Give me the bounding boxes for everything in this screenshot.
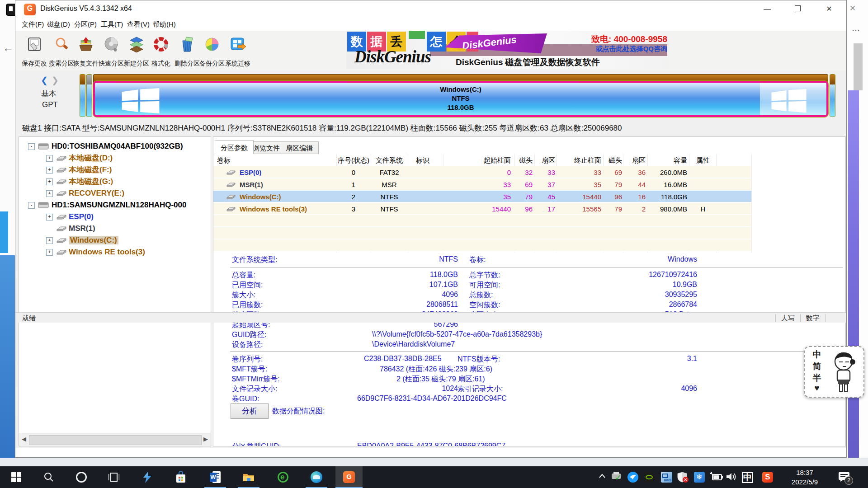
table-empty-row: [213, 215, 751, 227]
microsoft-store-button[interactable]: [167, 466, 194, 488]
cortana-icon: [76, 472, 87, 483]
tree-item-disk-d[interactable]: +本地磁盘(D:): [69, 152, 113, 164]
task-view-icon: [108, 473, 119, 482]
background-scrollbar-thumb[interactable]: [854, 43, 863, 90]
ime-mode-halfwidth[interactable]: 半: [812, 372, 822, 384]
wallpaper-blue-shape: [0, 211, 8, 253]
maximize-button[interactable]: [785, 0, 810, 18]
trash-icon: [179, 36, 195, 52]
prev-disk-arrow-icon[interactable]: ❮: [41, 75, 48, 85]
partition-icon: [226, 206, 236, 211]
tray-volume[interactable]: [726, 472, 738, 483]
tree-item-msr[interactable]: MSR(1): [69, 223, 95, 235]
tray-chevron[interactable]: [598, 472, 607, 483]
tree-item-recovery-e[interactable]: +RECOVERY(E:): [69, 188, 124, 199]
menu-help[interactable]: 帮助(H): [153, 20, 176, 29]
partition-icon: [56, 167, 67, 173]
background-purple-strip: [848, 90, 859, 458]
menu-tools[interactable]: 工具(T): [101, 20, 123, 29]
close-button[interactable]: ✕: [816, 0, 842, 18]
title-bar[interactable]: G DiskGenius V5.4.3.1342 x64 — ✕: [15, 0, 846, 19]
menu-partition[interactable]: 分区(P): [74, 20, 97, 29]
save-icon: [26, 36, 42, 52]
file-explorer-button[interactable]: [235, 466, 262, 488]
tab-sector-edit[interactable]: 扇区编辑: [280, 141, 319, 154]
window-title: DiskGenius V5.4.3.1342 x64: [40, 5, 132, 13]
diskgenius-taskbar-button[interactable]: G: [335, 466, 363, 488]
promo-banner[interactable]: 数 据 丢 怎 么 ！ DiskGenius DiskGenius 致电: 40…: [346, 31, 670, 69]
tree-item-hd0[interactable]: -HD0:TOSHIBAMQ04ABF100(932GB): [52, 141, 183, 152]
start-button[interactable]: [3, 466, 30, 488]
tree-item-disk-g[interactable]: +本地磁盘(G:): [69, 176, 113, 188]
background-bottom-strip: [0, 458, 868, 467]
analyze-button[interactable]: 分析: [231, 404, 269, 419]
system-migrate-button[interactable]: 系统迁移: [225, 34, 251, 69]
taskbar-clock[interactable]: 18:37 2022/5/9: [781, 468, 828, 487]
table-row-winre[interactable]: Windows RE tools(3) 3NTFS 154409617 1556…: [213, 203, 751, 215]
table-row-msr[interactable]: MSR(1) 1MSR 336937 357944 16.0MB: [213, 178, 751, 191]
tray-snowflake-app[interactable]: ❄: [694, 472, 705, 483]
back-arrow-icon[interactable]: ←: [3, 42, 14, 54]
edge-button[interactable]: [303, 466, 330, 488]
taskbar: W e G: [0, 466, 868, 488]
disk-graphic-area: ❮ ❯ 基本 GPT Windows(C:) NTFS 118.0GB: [15, 70, 846, 121]
start-icon: [11, 472, 21, 482]
tray-nvidia[interactable]: [644, 472, 655, 483]
save-changes-button[interactable]: 保存更改: [21, 34, 47, 69]
ime-mode-chinese[interactable]: 中: [812, 349, 822, 361]
tree-item-windows-c[interactable]: +Windows(C:): [69, 235, 118, 246]
status-bar: 就绪 大写 数字: [15, 312, 846, 323]
clock-time: 18:37: [781, 468, 828, 477]
ime-heart-icon[interactable]: ♥: [812, 383, 822, 393]
menu-file[interactable]: 文件(F): [22, 20, 44, 29]
tray-sogou[interactable]: S: [762, 472, 773, 483]
word-button[interactable]: W: [202, 466, 229, 488]
folder-icon: [243, 472, 255, 482]
esp-partition-segment[interactable]: [80, 74, 85, 117]
table-row-windows-c-selected[interactable]: Windows(C:) 2NTFS 357945 154409616 118.0…: [213, 191, 751, 203]
winre-partition-segment[interactable]: [830, 74, 835, 117]
tree-item-disk-f[interactable]: +本地磁盘(F:): [69, 164, 112, 176]
green-browser-button[interactable]: e: [269, 466, 297, 488]
tray-battery[interactable]: [710, 472, 723, 483]
msr-partition-segment[interactable]: [86, 74, 92, 117]
minimize-button[interactable]: —: [755, 0, 780, 18]
backup-pie-icon: [204, 36, 220, 52]
menu-disk[interactable]: 磁盘(D): [47, 20, 70, 29]
action-center-button[interactable]: 2: [838, 472, 852, 483]
tree-item-winre[interactable]: +Windows RE tools(3): [69, 246, 145, 258]
next-disk-arrow-icon[interactable]: ❯: [52, 75, 59, 85]
taskbar-search-button[interactable]: [35, 466, 62, 488]
nvidia-icon: [644, 472, 655, 483]
banner-qq-link[interactable]: 或点击此处选择QQ咨询: [545, 45, 667, 53]
pinned-app-flash[interactable]: [134, 466, 161, 488]
menu-bar: 文件(F) 磁盘(D) 分区(P) 工具(T) 查看(V) 帮助(H): [15, 19, 846, 31]
partition-style-label: GPT: [42, 100, 58, 109]
menu-view[interactable]: 查看(V): [127, 20, 150, 29]
background-close-icon[interactable]: ✕: [849, 4, 856, 13]
tab-partition-params[interactable]: 分区参数: [215, 140, 254, 154]
lightning-icon: [142, 471, 152, 483]
scrollbar-thumb[interactable]: [29, 435, 202, 445]
partition-icon: [56, 179, 67, 184]
overflow-menu-icon[interactable]: ⋯: [852, 25, 860, 35]
tree-item-hd1[interactable]: -HD1:SAMSUNGMZNLN128HAHQ-000: [52, 199, 187, 211]
tray-intel-graphics[interactable]: intel: [661, 472, 672, 483]
sogou-icon: S: [762, 472, 773, 483]
tray-ime-indicator[interactable]: 中: [742, 472, 753, 483]
windows-c-partition-segment[interactable]: Windows(C:) NTFS 118.0GB: [93, 81, 828, 117]
scroll-right-icon[interactable]: ▶: [203, 436, 208, 442]
task-view-button[interactable]: [100, 466, 127, 488]
ime-mode-simplified[interactable]: 简: [812, 361, 822, 372]
sogou-ime-panel[interactable]: 中 简 半 ♥: [804, 346, 864, 398]
table-row-esp[interactable]: ESP(0) 0FAT32 03233 336936 260.0MB: [213, 166, 751, 178]
tree-item-esp[interactable]: +ESP(0): [69, 211, 94, 223]
tray-printer[interactable]: ✓: [611, 472, 622, 482]
scroll-left-icon[interactable]: ◀: [22, 436, 26, 442]
tree-horizontal-scrollbar[interactable]: ◀ ▶: [19, 433, 211, 446]
tray-dingtalk[interactable]: [627, 472, 638, 483]
tray-defender[interactable]: ✕: [677, 472, 689, 483]
disk-table-type-label: 基本: [41, 89, 57, 99]
cortana-button[interactable]: [68, 466, 95, 488]
banner-subtitle: DiskGenius 磁盘管理及数据恢复软件: [456, 56, 600, 68]
